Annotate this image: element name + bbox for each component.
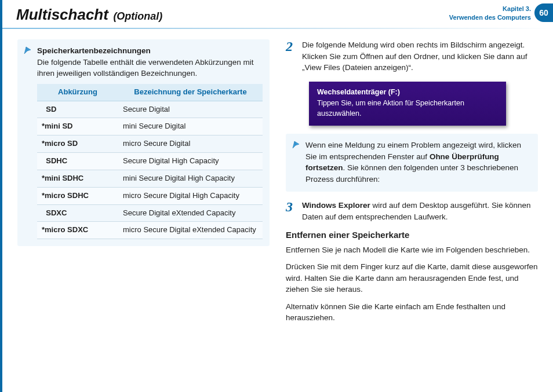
note-content: Speicherkartenbezeichnungen Die folgende… <box>24 45 263 239</box>
removable-drive-notification: Wechseldatenträger (F:) Tippen Sie, um e… <box>309 82 506 126</box>
note-icon <box>292 140 302 150</box>
table-header-abbr: Abkürzung <box>37 84 118 101</box>
left-column: Speicherkartenbezeichnungen Die folgende… <box>17 39 270 329</box>
step-3: 3 Windows Explorer wird auf dem Desktop … <box>286 200 538 222</box>
step-2: 2 Die folgende Meldung wird oben rechts … <box>286 39 538 74</box>
table-cell-full: micro Secure Digital <box>118 135 263 153</box>
page-subtitle: (Optional) <box>113 10 162 22</box>
remove-para-2: Drücken Sie mit dem Finger kurz auf die … <box>286 261 538 295</box>
table-cell-full: Secure Digital eXtended Capacity <box>118 204 263 222</box>
page-header: Multischacht (Optional) Kapitel 3. Verwe… <box>2 0 553 28</box>
page-number-badge: 60 <box>534 3 553 22</box>
table-cell-abbr: *micro SD <box>37 135 118 153</box>
step-2-body: Die folgende Meldung wird oben rechts im… <box>302 39 538 74</box>
notification-title: Wechseldatenträger (F:) <box>317 87 498 98</box>
content-columns: Speicherkartenbezeichnungen Die folgende… <box>2 39 553 329</box>
chapter-line1: Kapitel 3. <box>449 5 531 13</box>
table-row: *micro SDXCmicro Secure Digital eXtended… <box>37 222 263 239</box>
table-cell-full: micro Secure Digital eXtended Capacity <box>118 222 263 239</box>
memory-card-note: Speicherkartenbezeichnungen Die folgende… <box>17 39 270 246</box>
table-cell-full: mini Secure Digital <box>118 118 263 135</box>
right-column: 2 Die folgende Meldung wird oben rechts … <box>286 39 538 329</box>
step-number-2: 2 <box>286 39 296 74</box>
table-row: SDXCSecure Digital eXtended Capacity <box>37 204 263 222</box>
remove-para-3: Alternativ können Sie die Karte einfach … <box>286 301 538 324</box>
table-cell-full: mini Secure Digital High Capacity <box>118 170 263 187</box>
table-cell-full: micro Secure Digital High Capacity <box>118 187 263 204</box>
table-row: *micro SDHCmicro Secure Digital High Cap… <box>37 187 263 204</box>
problem-note-content: Wenn eine Meldung zu einem Problem angez… <box>293 140 531 185</box>
table-cell-abbr: SDHC <box>37 153 118 170</box>
note-title: Speicherkartenbezeichnungen <box>37 46 151 55</box>
table-row: *micro SDmicro Secure Digital <box>37 135 263 153</box>
note-body: Die folgende Tabelle enthält die verwend… <box>37 58 254 78</box>
table-row: SDSecure Digital <box>37 101 263 118</box>
table-row: SDHCSecure Digital High Capacity <box>37 153 263 170</box>
table-cell-abbr: *micro SDXC <box>37 222 118 239</box>
table-cell-abbr: *mini SD <box>37 118 118 135</box>
document-page: Multischacht (Optional) Kapitel 3. Verwe… <box>0 0 553 392</box>
table-body: SDSecure Digital*mini SDmini Secure Digi… <box>37 101 263 239</box>
step-3-bold: Windows Explorer <box>302 201 370 210</box>
step-3-body: Windows Explorer wird auf dem Desktop au… <box>302 200 538 222</box>
header-right: Kapitel 3. Verwenden des Computers 60 <box>449 3 553 22</box>
memory-card-table: Abkürzung Bezeichnung der Speicherkarte … <box>37 84 263 240</box>
note-icon <box>23 45 34 56</box>
remove-card-heading: Entfernen einer Speicherkarte <box>286 230 538 240</box>
remove-para-1: Entfernen Sie je nach Modell die Karte w… <box>286 244 538 256</box>
chapter-label: Kapitel 3. Verwenden des Computers <box>449 5 531 22</box>
table-cell-abbr: *micro SDHC <box>37 187 118 204</box>
table-cell-abbr: *mini SDHC <box>37 170 118 187</box>
table-header-full: Bezeichnung der Speicherkarte <box>118 84 263 101</box>
table-row: *mini SDmini Secure Digital <box>37 118 263 135</box>
table-cell-abbr: SDXC <box>37 204 118 222</box>
table-cell-full: Secure Digital High Capacity <box>118 153 263 170</box>
chapter-line2: Verwenden des Computers <box>449 13 531 22</box>
step-number-3: 3 <box>286 200 296 222</box>
page-title: Multischacht <box>16 6 108 23</box>
problem-note: Wenn eine Meldung zu einem Problem angez… <box>286 134 538 192</box>
header-divider <box>2 28 553 29</box>
notification-body: Tippen Sie, um eine Aktion für Speicherk… <box>317 98 498 119</box>
table-cell-full: Secure Digital <box>118 101 263 118</box>
table-cell-abbr: SD <box>37 101 118 118</box>
table-row: *mini SDHCmini Secure Digital High Capac… <box>37 170 263 187</box>
